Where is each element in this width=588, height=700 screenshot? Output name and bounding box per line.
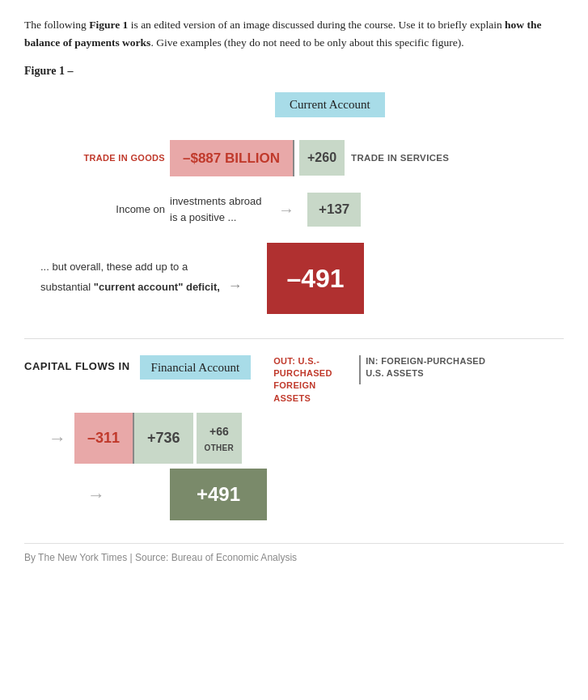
fin-arrow-2: → <box>87 482 105 508</box>
deficit-bold: "current account" deficit, <box>94 281 220 293</box>
source-line: By The New York Times | Source: Bureau o… <box>24 543 564 565</box>
income-text1: Income on <box>116 203 165 215</box>
income-arrow: → <box>278 197 294 222</box>
current-account-section: Current Account TRADE IN GOODS –$887 BIL… <box>24 92 564 314</box>
income-value: +137 <box>307 193 361 227</box>
fin-other-label: OTHER <box>205 442 235 454</box>
out-prefix: OUT: <box>273 356 295 366</box>
trade-goods-value: –$887 BILLION <box>170 140 293 177</box>
fin-arrow-1: → <box>49 425 66 452</box>
intro-text3: . Give examples (they do not need to be … <box>150 36 463 49</box>
current-account-label: Current Account <box>275 92 385 117</box>
financial-account-section: CAPITAL FLOWS IN Financial Account OUT: … <box>24 338 564 521</box>
trade-services-label: TRADE IN SERVICES <box>351 151 449 165</box>
fin-out-value: –311 <box>74 413 133 464</box>
fa-header-divider <box>359 355 361 384</box>
intro-figure-bold: Figure 1 <box>89 19 128 31</box>
fin-in-value: +736 <box>134 413 193 464</box>
trade-goods-label: TRADE IN GOODS <box>83 151 165 165</box>
capital-flows-label: CAPITAL FLOWS IN <box>24 355 130 375</box>
intro-text2: is an edited version of an image discuss… <box>128 19 505 31</box>
in-prefix: IN: <box>366 356 379 366</box>
fin-other-box: +66 OTHER <box>197 413 243 464</box>
figure-label: Figure 1 – <box>24 62 564 79</box>
fin-net-value: +491 <box>170 469 267 520</box>
deficit-text2: substantial <box>40 281 94 293</box>
intro-text1: The following <box>24 19 89 31</box>
deficit-arrow: → <box>227 278 242 294</box>
financial-account-label: Financial Account <box>140 355 252 380</box>
trade-services-value: +260 <box>299 140 345 176</box>
deficit-text1: ... but overall, these add up to a <box>40 261 188 273</box>
intro-paragraph: The following Figure 1 is an edited vers… <box>24 16 564 51</box>
deficit-value: –491 <box>267 243 364 314</box>
in-text: FOREIGN-PURCHASEDU.S. ASSETS <box>366 356 485 378</box>
fin-other-value: +66 <box>209 423 229 440</box>
income-text2: investments abroad is a positive ... <box>170 195 261 223</box>
